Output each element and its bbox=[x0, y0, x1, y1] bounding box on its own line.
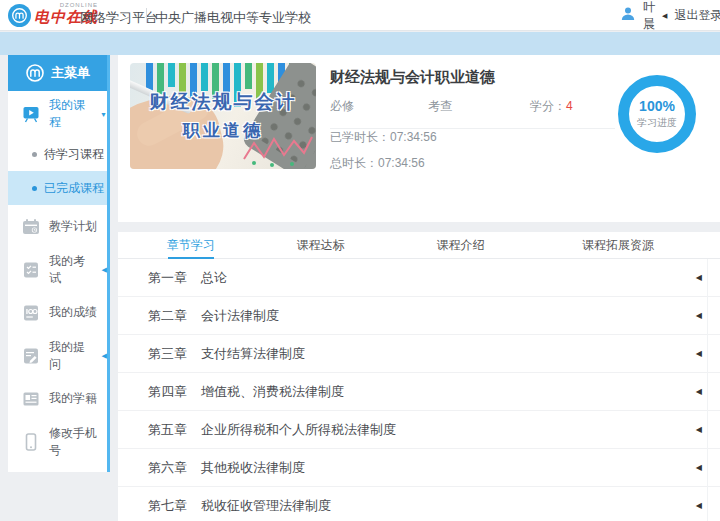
question-edit-icon bbox=[21, 346, 41, 366]
logout-button[interactable]: 退出登录 bbox=[674, 7, 720, 24]
total-duration: 总时长：07:34:56 bbox=[330, 155, 425, 172]
course-type: 必修 bbox=[330, 98, 428, 115]
course-meta-row: 必修 考查 学分：4 bbox=[330, 98, 615, 129]
total-duration-value: 07:34:56 bbox=[378, 156, 425, 170]
chevron-left-icon: ◀ bbox=[102, 352, 107, 360]
tab-bar: 章节学习 课程达标 课程介绍 课程拓展资源 bbox=[118, 232, 720, 259]
cover-title-line1: 财经法规与会计 bbox=[130, 89, 316, 115]
progress-ring: 100% 学习进度 bbox=[618, 75, 696, 153]
chevron-left-icon: ◀ bbox=[102, 266, 107, 274]
page-band bbox=[0, 32, 720, 55]
scrollbar-track[interactable] bbox=[707, 259, 708, 521]
chevron-left-icon[interactable]: ◀ bbox=[696, 463, 702, 472]
course-summary-card: 财经法规与会计 职业道德 财经法规与会计职业道德 必修 考查 学分：4 已学时长… bbox=[118, 55, 720, 222]
sidebar-subitem-completed-courses[interactable]: 已完成课程 bbox=[8, 171, 107, 205]
calendar-icon bbox=[21, 217, 41, 237]
top-header: DZONLINE 电中在线 网络学习平台 中央广播电视中等专业学校 叶晨 ◀ 退… bbox=[0, 0, 720, 31]
tab-course-resources[interactable]: 课程拓展资源 bbox=[563, 232, 673, 258]
sidebar-item-my-exams[interactable]: 我的考试 ◀ bbox=[8, 248, 107, 291]
phone-icon bbox=[21, 432, 41, 452]
progress-percent: 100% bbox=[639, 98, 675, 114]
credit-label: 学分： bbox=[530, 99, 566, 113]
chevron-left-icon[interactable]: ◀ bbox=[696, 425, 702, 434]
bullet-icon bbox=[32, 186, 37, 191]
chevron-down-icon: ▼ bbox=[100, 111, 107, 118]
studied-duration-value: 07:34:56 bbox=[390, 130, 437, 144]
tab-course-intro[interactable]: 课程介绍 bbox=[418, 232, 503, 258]
chapter-row-1[interactable]: 第一章 总论 ◀ bbox=[118, 259, 720, 297]
user-avatar-icon[interactable] bbox=[620, 6, 636, 26]
chapter-number: 第三章 bbox=[148, 345, 187, 363]
school-name: 中央广播电视中等专业学校 bbox=[155, 9, 311, 27]
id-card-icon bbox=[21, 389, 41, 409]
tab-course-standards[interactable]: 课程达标 bbox=[278, 232, 363, 258]
chevron-left-icon[interactable]: ◀ bbox=[696, 501, 702, 510]
chapter-row-4[interactable]: 第四章 增值税、消费税法律制度 ◀ bbox=[118, 373, 720, 411]
courses-icon bbox=[21, 104, 41, 124]
chevron-left-icon[interactable]: ◀ bbox=[696, 273, 702, 282]
studied-duration: 已学时长：07:34:56 bbox=[330, 129, 437, 146]
exam-icon bbox=[21, 260, 41, 280]
progress-label: 学习进度 bbox=[637, 116, 677, 130]
chapter-title: 支付结算法律制度 bbox=[201, 345, 305, 363]
chapter-number: 第四章 bbox=[148, 383, 187, 401]
course-cover-image[interactable]: 财经法规与会计 职业道德 bbox=[130, 63, 316, 169]
sidebar-subitem-label: 待学习课程 bbox=[44, 146, 104, 163]
credit-value: 4 bbox=[566, 99, 573, 113]
chapter-title: 企业所得税和个人所得税法律制度 bbox=[201, 421, 396, 439]
header-divider bbox=[146, 8, 147, 23]
chapter-title: 其他税收法律制度 bbox=[201, 459, 305, 477]
sidebar-item-label: 我的提问 bbox=[49, 339, 93, 373]
chapter-row-3[interactable]: 第三章 支付结算法律制度 ◀ bbox=[118, 335, 720, 373]
sidebar-item-teaching-plan[interactable]: 教学计划 bbox=[8, 205, 107, 248]
user-name[interactable]: 叶晨 bbox=[643, 0, 655, 33]
total-duration-label: 总时长： bbox=[330, 156, 378, 170]
user-area: 叶晨 ◀ 退出登录 bbox=[620, 0, 720, 31]
sidebar: 主菜单 我的课程 ▼ 待学习课程 已完成课程 教学计划 bbox=[8, 55, 110, 472]
chapter-row-7[interactable]: 第七章 税收征收管理法律制度 ◀ bbox=[118, 487, 720, 521]
course-detail-card: 章节学习 课程达标 课程介绍 课程拓展资源 第一章 总论 ◀ 第二章 会计法律制… bbox=[118, 232, 720, 521]
course-credit: 学分：4 bbox=[530, 98, 573, 115]
chapter-title: 增值税、消费税法律制度 bbox=[201, 383, 344, 401]
chapter-number: 第七章 bbox=[148, 497, 187, 515]
chapter-number: 第六章 bbox=[148, 459, 187, 477]
sidebar-item-label: 我的课程 bbox=[49, 97, 90, 131]
chapter-row-6[interactable]: 第六章 其他税收法律制度 ◀ bbox=[118, 449, 720, 487]
cover-title-line2: 职业道德 bbox=[130, 119, 316, 142]
sidebar-subitem-pending-courses[interactable]: 待学习课程 bbox=[8, 137, 107, 171]
sidebar-title: 主菜单 bbox=[51, 64, 90, 82]
bullet-icon bbox=[32, 152, 37, 157]
main-menu-logo-icon bbox=[25, 63, 45, 83]
score-icon bbox=[21, 303, 41, 323]
chapter-number: 第五章 bbox=[148, 421, 187, 439]
sidebar-item-change-phone[interactable]: 修改手机号 bbox=[8, 420, 107, 463]
chevron-left-icon[interactable]: ◀ bbox=[696, 349, 702, 358]
chapter-title: 总论 bbox=[201, 269, 227, 287]
sidebar-item-label: 教学计划 bbox=[49, 218, 97, 235]
sidebar-item-label: 我的成绩 bbox=[49, 304, 97, 321]
studied-duration-label: 已学时长： bbox=[330, 130, 390, 144]
sidebar-header: 主菜单 bbox=[8, 55, 107, 91]
sidebar-subitem-label: 已完成课程 bbox=[44, 180, 104, 197]
chapter-row-5[interactable]: 第五章 企业所得税和个人所得税法律制度 ◀ bbox=[118, 411, 720, 449]
cover-title: 财经法规与会计 职业道德 bbox=[130, 89, 316, 142]
sidebar-item-label: 我的学籍 bbox=[49, 390, 97, 407]
sidebar-item-label: 我的考试 bbox=[49, 253, 93, 287]
sidebar-item-my-grades[interactable]: 我的成绩 bbox=[8, 291, 107, 334]
tab-chapter-study[interactable]: 章节学习 bbox=[146, 232, 236, 258]
chapter-title: 税收征收管理法律制度 bbox=[201, 497, 331, 515]
chapter-number: 第二章 bbox=[148, 307, 187, 325]
sidebar-item-student-record[interactable]: 我的学籍 bbox=[8, 377, 107, 420]
chevron-left-icon[interactable]: ◀ bbox=[696, 387, 702, 396]
course-title: 财经法规与会计职业道德 bbox=[330, 68, 495, 87]
chapter-title: 会计法律制度 bbox=[201, 307, 279, 325]
course-assessment: 考查 bbox=[428, 98, 530, 115]
sidebar-item-my-courses[interactable]: 我的课程 ▼ bbox=[8, 91, 107, 137]
user-dropdown-icon[interactable]: ◀ bbox=[662, 12, 667, 20]
brand-logo-icon bbox=[8, 4, 31, 27]
chevron-left-icon[interactable]: ◀ bbox=[696, 311, 702, 320]
sidebar-item-my-questions[interactable]: 我的提问 ◀ bbox=[8, 334, 107, 377]
sidebar-item-label: 修改手机号 bbox=[49, 425, 107, 459]
chapter-row-2[interactable]: 第二章 会计法律制度 ◀ bbox=[118, 297, 720, 335]
chapter-number: 第一章 bbox=[148, 269, 187, 287]
